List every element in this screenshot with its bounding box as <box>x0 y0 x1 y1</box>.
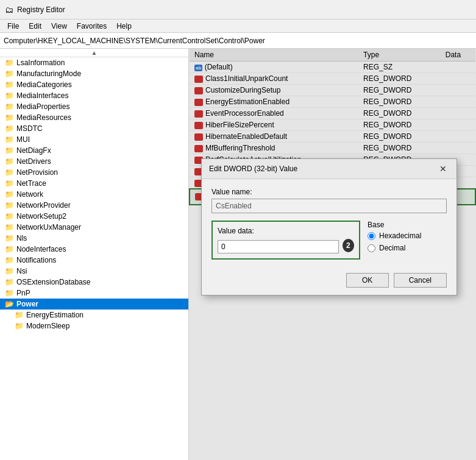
menu-view[interactable]: View <box>46 21 72 32</box>
address-bar: Computer\HKEY_LOCAL_MACHINE\SYSTEM\Curre… <box>0 33 476 49</box>
folder-icon: 📁 <box>5 124 14 133</box>
folder-icon: 📁 <box>5 278 14 286</box>
cancel-button[interactable]: Cancel <box>394 273 447 288</box>
tree-item-pnp[interactable]: 📁PnP <box>0 288 188 299</box>
folder-icon: 📁 <box>5 80 14 89</box>
folder-icon: 📁 <box>5 212 14 221</box>
folder-icon: 📁 <box>5 168 14 177</box>
tree-item-mediacategories[interactable]: 📁MediaCategories <box>0 79 188 90</box>
tree-item-mediainterfaces[interactable]: 📁MediaInterfaces <box>0 90 188 101</box>
tree-panel[interactable]: ▲ 📁LsaInformation 📁ManufacturingMode 📁Me… <box>0 49 189 460</box>
dialog-body: Value name: Value data: 2 Base <box>202 179 456 268</box>
tree-item-mediaproperties[interactable]: 📁MediaProperties <box>0 101 188 112</box>
dialog-data-row: Value data: 2 Base Hexadecim <box>211 221 447 260</box>
folder-icon: 📁 <box>5 267 14 275</box>
tree-item-nodeinterfaces[interactable]: 📁NodeInterfaces <box>0 244 188 255</box>
right-panel: Name Type Data ab (Default) REG_SZ Class… <box>189 49 476 460</box>
value-data-section: Value data: 2 <box>211 221 360 260</box>
folder-icon: 📁 <box>5 190 14 199</box>
tree-item-nettrace[interactable]: 📁NetTrace <box>0 178 188 189</box>
folder-icon: 📁 <box>5 157 14 166</box>
value-data-input[interactable] <box>218 240 339 253</box>
tree-item-msdtc[interactable]: 📁MSDTC <box>0 123 188 134</box>
tree-item-manufacturingmode[interactable]: 📁ManufacturingMode <box>0 68 188 79</box>
tree-item-power[interactable]: 📂Power <box>0 299 188 310</box>
radio-decimal-input[interactable] <box>368 244 375 252</box>
tree-item-netdiagfx[interactable]: 📁NetDiagFx <box>0 145 188 156</box>
folder-icon: 📁 <box>5 146 14 155</box>
tree-item-energyestimation[interactable]: 📁EnergyEstimation <box>0 310 188 320</box>
menu-help[interactable]: Help <box>112 21 137 32</box>
address-path: Computer\HKEY_LOCAL_MACHINE\SYSTEM\Curre… <box>4 37 265 45</box>
tree-item-mediaresources[interactable]: 📁MediaResources <box>0 112 188 123</box>
title-bar: 🗂 Registry Editor <box>0 0 476 19</box>
value-name-label: Value name: <box>211 188 447 196</box>
dialog-title: Edit DWORD (32-bit) Value <box>209 165 297 173</box>
folder-icon-yellow: 📁 <box>15 311 24 319</box>
tree-item-mui[interactable]: 📁MUI <box>0 134 188 145</box>
value-name-field: Value name: <box>211 188 447 213</box>
radio-decimal-label: Decimal <box>379 244 405 252</box>
tree-item-notifications[interactable]: 📁Notifications <box>0 255 188 266</box>
folder-icon-yellow: 📁 <box>15 322 24 330</box>
folder-icon-open: 📂 <box>5 300 14 308</box>
radio-decimal[interactable]: Decimal <box>368 244 447 252</box>
base-section: Base Hexadecimal Decimal <box>368 221 447 260</box>
tree-item-network[interactable]: 📁Network <box>0 189 188 200</box>
tree-item-modernsleep[interactable]: 📁ModernSleep <box>0 320 188 331</box>
badge-two: 2 <box>343 239 354 252</box>
folder-icon: 📁 <box>5 113 14 122</box>
folder-icon: 📁 <box>5 58 14 67</box>
folder-icon: 📁 <box>5 201 14 210</box>
edit-dword-dialog: Edit DWORD (32-bit) Value ✕ Value name: … <box>201 158 457 295</box>
value-data-label: Value data: <box>218 227 354 235</box>
folder-icon: 📁 <box>5 135 14 144</box>
tree-item-networkuxmanager[interactable]: 📁NetworkUxManager <box>0 222 188 233</box>
folder-icon: 📁 <box>5 91 14 100</box>
tree-item-nls[interactable]: 📁Nls <box>0 233 188 244</box>
title-bar-text: Registry Editor <box>17 5 65 14</box>
tree-item-networksetup2[interactable]: 📁NetworkSetup2 <box>0 211 188 222</box>
radio-hexadecimal-input[interactable] <box>368 232 375 240</box>
dialog-overlay: Edit DWORD (32-bit) Value ✕ Value name: … <box>189 49 476 460</box>
folder-icon: 📁 <box>5 245 14 253</box>
scroll-up-icon: ▲ <box>91 49 98 56</box>
dialog-title-bar: Edit DWORD (32-bit) Value ✕ <box>202 159 456 179</box>
folder-icon: 📁 <box>5 289 14 297</box>
tree-item-nsi[interactable]: 📁Nsi <box>0 266 188 277</box>
ok-button[interactable]: OK <box>346 273 389 288</box>
radio-group: Hexadecimal Decimal <box>368 232 447 252</box>
base-label: Base <box>368 221 447 229</box>
folder-icon: 📁 <box>5 223 14 232</box>
menu-file[interactable]: File <box>2 21 24 32</box>
radio-hexadecimal-label: Hexadecimal <box>379 232 421 240</box>
folder-icon: 📁 <box>5 179 14 188</box>
tree-item-netdrivers[interactable]: 📁NetDrivers <box>0 156 188 167</box>
folder-icon: 📁 <box>5 234 14 242</box>
tree-item-osextensiondatabase[interactable]: 📁OSExtensionDatabase <box>0 277 188 288</box>
menu-favorites[interactable]: Favorites <box>72 21 112 32</box>
dialog-buttons: OK Cancel <box>202 268 456 295</box>
dialog-close-button[interactable]: ✕ <box>437 163 449 175</box>
value-name-input[interactable] <box>211 199 447 213</box>
main-content: ▲ 📁LsaInformation 📁ManufacturingMode 📁Me… <box>0 49 476 460</box>
folder-icon: 📁 <box>5 69 14 78</box>
tree-item-netprovision[interactable]: 📁NetProvision <box>0 167 188 178</box>
folder-icon: 📁 <box>5 256 14 264</box>
menu-edit[interactable]: Edit <box>24 21 46 32</box>
app-icon: 🗂 <box>5 5 13 15</box>
folder-icon: 📁 <box>5 102 14 111</box>
menu-bar: File Edit View Favorites Help <box>0 19 476 33</box>
radio-hexadecimal[interactable]: Hexadecimal <box>368 232 447 240</box>
tree-item-lsainformation[interactable]: 📁LsaInformation <box>0 57 188 68</box>
tree-item-networkprovider[interactable]: 📁NetworkProvider <box>0 200 188 211</box>
